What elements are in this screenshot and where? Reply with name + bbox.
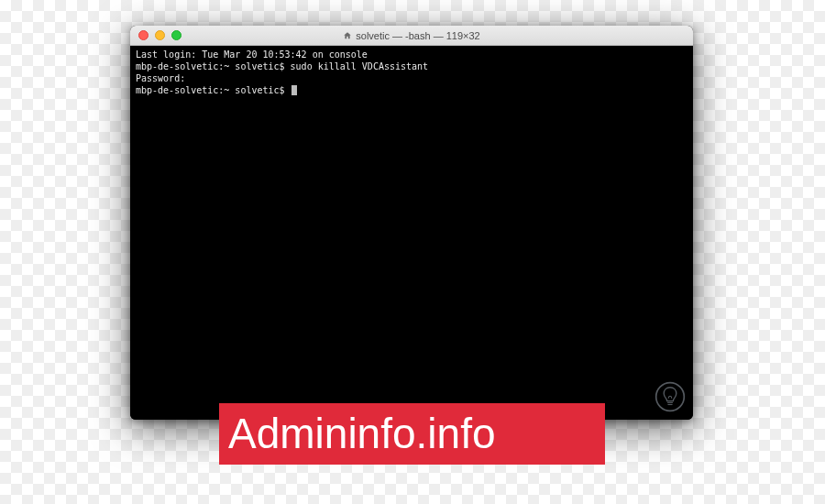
cursor	[292, 85, 297, 95]
terminal-line: mbp-de-solvetic:~ solvetic$ sudo killall…	[136, 60, 688, 72]
home-icon	[343, 31, 352, 40]
window-titlebar[interactable]: solvetic — -bash — 119×32	[130, 26, 693, 46]
banner-text: Admininfo.info	[228, 410, 496, 457]
minimize-button[interactable]	[155, 30, 165, 40]
terminal-body[interactable]: Last login: Tue Mar 20 10:53:42 on conso…	[130, 46, 693, 420]
prompt: mbp-de-solvetic:~ solvetic$	[136, 85, 291, 95]
watermark-banner: Admininfo.info	[219, 403, 605, 465]
terminal-line: Last login: Tue Mar 20 10:53:42 on conso…	[136, 49, 688, 60]
terminal-line: mbp-de-solvetic:~ solvetic$	[136, 84, 688, 96]
traffic-lights	[130, 30, 182, 40]
command-text: sudo killall VDCAssistant	[291, 61, 429, 71]
terminal-line: Password:	[136, 72, 688, 84]
close-button[interactable]	[138, 30, 148, 40]
terminal-window: solvetic — -bash — 119×32 Last login: Tu…	[130, 26, 693, 420]
window-title-text: solvetic — -bash — 119×32	[356, 30, 479, 41]
prompt: mbp-de-solvetic:~ solvetic$	[136, 61, 291, 71]
maximize-button[interactable]	[171, 30, 182, 40]
lightbulb-logo-icon	[654, 381, 686, 412]
window-title: solvetic — -bash — 119×32	[130, 30, 693, 41]
